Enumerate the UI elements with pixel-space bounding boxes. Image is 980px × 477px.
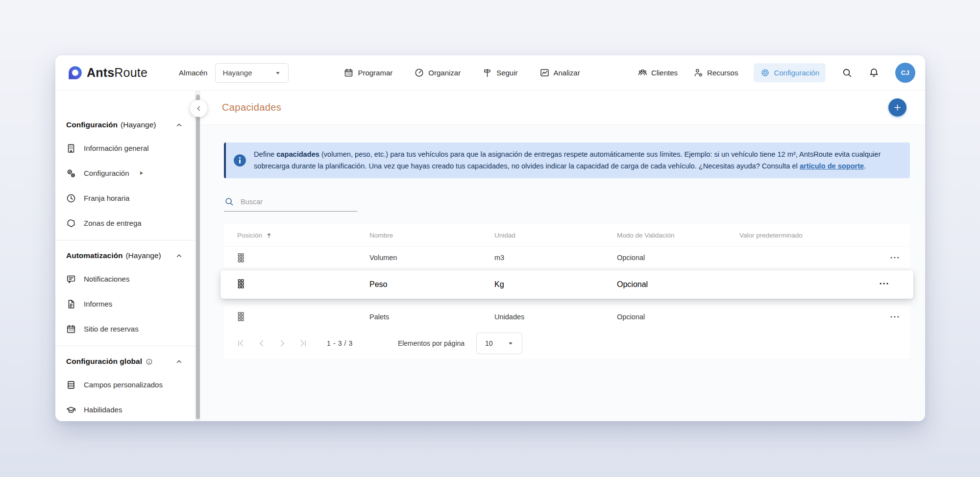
table-row-palets[interactable]: Palets Unidades Opcional [224, 306, 910, 328]
chevron-down-icon [506, 339, 515, 348]
clock-icon [66, 193, 76, 204]
sidebar-item-label: Habilidades [84, 405, 122, 414]
nav-recursos[interactable]: Recursos [693, 68, 738, 78]
drag-handle-icon[interactable] [237, 282, 245, 290]
search-input[interactable] [241, 198, 357, 206]
column-header-modo[interactable]: Modo de Validación [617, 232, 739, 239]
search-field[interactable] [224, 193, 357, 212]
search-button[interactable] [841, 67, 853, 78]
table-header-row: Posición Nombre Unidad Modo de Validació… [224, 224, 910, 247]
column-header-nombre[interactable]: Nombre [369, 232, 494, 239]
row-actions-menu-button[interactable] [889, 311, 910, 322]
building-icon [66, 143, 76, 154]
nav-organizar[interactable]: Organizar [414, 68, 461, 78]
info-banner: Define capacidades (volumen, peso, etc.)… [224, 143, 910, 178]
cell-modo: Opcional [617, 313, 739, 321]
signpost-icon [482, 68, 492, 78]
cell-unidad: m3 [494, 254, 617, 262]
notifications-bell-button[interactable] [868, 67, 880, 78]
sidebar-item-franja-horaria[interactable]: Franja horaria [55, 186, 195, 211]
cell-nombre: Palets [369, 313, 494, 321]
chevron-up-icon[interactable] [175, 252, 183, 260]
table-row-peso[interactable]: Peso Kg Opcional [220, 270, 913, 299]
sidebar-item-configuracion[interactable]: Configuración [55, 161, 195, 186]
sidebar-section-automatizacion[interactable]: Automatización (Hayange) [55, 245, 195, 266]
sidebar-item-label: Zonas de entrega [84, 219, 142, 227]
user-avatar[interactable]: CJ [895, 63, 915, 83]
sidebar: Configuración (Hayange) Información gene… [55, 91, 195, 421]
row-actions-menu-button[interactable] [879, 278, 910, 291]
chevron-up-icon[interactable] [175, 358, 183, 366]
column-header-posicion[interactable]: Posición [224, 232, 369, 239]
nav-configuracion-label: Configuración [774, 69, 819, 77]
nav-clientes[interactable]: Clientes [637, 68, 678, 78]
nav-configuracion-active[interactable]: Configuración [754, 63, 826, 82]
sidebar-item-informacion-general[interactable]: Información general [55, 136, 195, 161]
sidebar-scrollbar [195, 91, 200, 421]
sidebar-item-zonas-de-entrega[interactable]: Zonas de entrega [55, 211, 195, 236]
warehouse-select[interactable]: Hayange [215, 63, 289, 83]
section-title: Configuración global [66, 357, 142, 366]
calendar-icon [66, 324, 76, 334]
scrollbar-thumb[interactable] [196, 95, 200, 419]
sidebar-item-label: Notificaciones [84, 275, 129, 283]
column-header-unidad[interactable]: Unidad [494, 232, 617, 239]
cell-nombre: Peso [369, 280, 494, 289]
drag-handle-icon[interactable] [237, 253, 369, 263]
nav-analizar[interactable]: Analizar [539, 68, 580, 78]
search-icon [224, 196, 234, 207]
row-actions-menu-button[interactable] [889, 252, 910, 263]
add-capacity-button[interactable] [888, 98, 906, 117]
previous-page-button[interactable] [251, 338, 272, 349]
sidebar-item-informes[interactable]: Informes [55, 291, 195, 316]
nav-programar[interactable]: Programar [343, 68, 392, 78]
topbar: AntsRoute Almacén Hayange Programar [55, 55, 925, 91]
column-header-valor[interactable]: Valor predeterminado [739, 232, 879, 239]
graduation-cap-icon [66, 405, 76, 415]
gauge-icon [414, 68, 424, 78]
info-banner-text: Define capacidades (volumen, peso, etc.)… [254, 149, 899, 172]
nav-clientes-label: Clientes [651, 69, 678, 77]
brand-name: AntsRoute [87, 66, 147, 80]
support-article-link[interactable]: artículo de soporte [800, 162, 864, 170]
items-per-page-select[interactable]: 10 [476, 333, 522, 354]
sidebar-item-campos-personalizados[interactable]: Campos personalizados [55, 372, 195, 397]
sidebar-item-notificaciones[interactable]: Notificaciones [55, 266, 195, 291]
gear-icon [760, 68, 770, 78]
people-icon [637, 68, 648, 78]
section-suffix: (Hayange) [121, 120, 156, 129]
info-icon [233, 154, 246, 167]
items-per-page-label: Elementos por página [398, 339, 465, 347]
chevron-up-icon[interactable] [175, 121, 183, 129]
first-page-button[interactable] [231, 338, 251, 349]
cell-unidad: Kg [494, 280, 617, 289]
cell-nombre: Volumen [369, 254, 494, 262]
drag-handle-icon[interactable] [237, 311, 369, 322]
next-page-button[interactable] [272, 338, 293, 349]
sort-ascending-icon [265, 232, 273, 239]
sidebar-item-label: Sitio de reservas [84, 325, 139, 333]
topbar-right: Clientes Recursos Configuración [637, 63, 915, 83]
sidebar-item-habilidades[interactable]: Habilidades [55, 397, 195, 421]
stacked-rows-icon [66, 380, 76, 390]
sidebar-collapse-button[interactable] [190, 100, 207, 117]
sidebar-section-configuracion[interactable]: Configuración (Hayange) [55, 114, 195, 136]
sidebar-item-label: Información general [84, 144, 149, 152]
sidebar-section-configuracion-global[interactable]: Configuración global [55, 351, 195, 372]
warehouse-label: Almacén [179, 69, 207, 77]
nav-seguir[interactable]: Seguir [482, 68, 517, 78]
table-row-volumen[interactable]: Volumen m3 Opcional [224, 247, 910, 269]
pagination-range: 1 - 3 / 3 [327, 339, 353, 347]
antsroute-logo[interactable]: AntsRoute [68, 66, 147, 80]
sidebar-item-label: Franja horaria [84, 194, 129, 202]
section-title: Configuración [66, 120, 118, 129]
page-content: Define capacidades (volumen, peso, etc.)… [200, 125, 925, 421]
nav-recursos-label: Recursos [707, 69, 738, 77]
nav-seguir-label: Seguir [496, 69, 517, 77]
last-page-button[interactable] [293, 338, 313, 349]
gears-icon [66, 168, 76, 179]
calendar-icon [343, 68, 354, 78]
app-window: AntsRoute Almacén Hayange Programar [55, 55, 925, 421]
sidebar-item-sitio-de-reservas[interactable]: Sitio de reservas [55, 316, 195, 341]
cell-unidad: Unidades [494, 313, 617, 321]
